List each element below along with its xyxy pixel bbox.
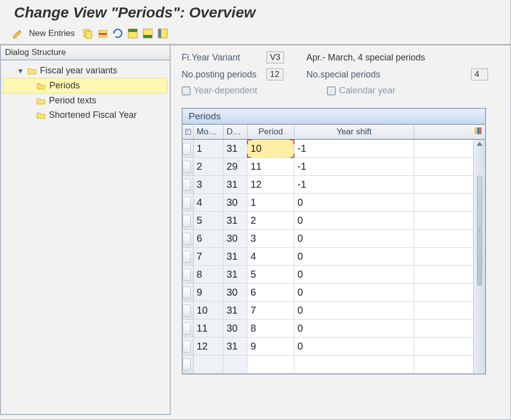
cell-day[interactable] bbox=[224, 356, 248, 373]
table-row[interactable]: 22911-1 bbox=[183, 158, 473, 176]
row-selector[interactable] bbox=[183, 284, 194, 301]
cell-month[interactable]: 3 bbox=[194, 176, 224, 193]
scroll-up-icon[interactable] bbox=[477, 142, 483, 146]
copy-icon[interactable] bbox=[82, 28, 94, 39]
cell-year-shift[interactable]: 0 bbox=[294, 212, 414, 229]
column-header-year-shift[interactable]: Year shift bbox=[294, 125, 414, 139]
cell-day[interactable]: 30 bbox=[224, 194, 248, 211]
cell-day[interactable]: 31 bbox=[224, 266, 248, 283]
row-selector[interactable] bbox=[183, 302, 194, 319]
cell-year-shift[interactable] bbox=[294, 356, 414, 373]
tree-item-shortened-fiscal-year[interactable]: Shortened Fiscal Year bbox=[3, 108, 168, 122]
cell-day[interactable]: 30 bbox=[224, 320, 248, 337]
cell-month[interactable] bbox=[194, 356, 224, 373]
cell-period[interactable]: 3 bbox=[248, 230, 294, 247]
undo-icon[interactable] bbox=[112, 28, 124, 39]
cell-month[interactable]: 9 bbox=[194, 284, 224, 301]
cell-year-shift[interactable]: 0 bbox=[294, 320, 414, 337]
row-selector[interactable] bbox=[183, 266, 194, 283]
cell-period[interactable]: 1 bbox=[248, 194, 294, 211]
tree-item-periods[interactable]: Periods bbox=[3, 78, 168, 93]
table-row[interactable] bbox=[183, 356, 473, 374]
cell-day[interactable]: 30 bbox=[224, 230, 248, 247]
cell-day[interactable]: 29 bbox=[224, 158, 248, 175]
cell-period[interactable]: 7 bbox=[248, 302, 294, 319]
row-selector[interactable] bbox=[183, 356, 194, 373]
cell-year-shift[interactable]: -1 bbox=[294, 158, 414, 175]
cell-month[interactable]: 11 bbox=[194, 320, 224, 337]
cell-year-shift[interactable]: 0 bbox=[294, 338, 414, 355]
cell-period[interactable]: 2 bbox=[248, 212, 294, 229]
table-row[interactable]: 83150 bbox=[183, 266, 473, 284]
cell-period[interactable]: 12 bbox=[248, 176, 294, 193]
cell-day[interactable]: 31 bbox=[224, 302, 248, 319]
table-row[interactable]: 63030 bbox=[183, 230, 473, 248]
table-row[interactable]: 113080 bbox=[183, 320, 473, 338]
table-row[interactable]: 13110-1 bbox=[183, 140, 473, 158]
table-row[interactable]: 123190 bbox=[183, 338, 473, 356]
cell-day[interactable]: 31 bbox=[224, 140, 248, 157]
row-selector[interactable] bbox=[183, 248, 194, 265]
row-selector[interactable] bbox=[183, 194, 194, 211]
row-selector[interactable] bbox=[183, 320, 194, 337]
row-selector[interactable] bbox=[183, 176, 194, 193]
tree-item-period-texts[interactable]: Period texts bbox=[3, 93, 168, 108]
cell-year-shift[interactable]: 0 bbox=[294, 302, 414, 319]
column-header-month[interactable]: Mo… bbox=[194, 125, 224, 139]
row-selector[interactable] bbox=[183, 140, 194, 157]
scroll-thumb[interactable] bbox=[477, 176, 482, 286]
table-row[interactable]: 53120 bbox=[183, 212, 473, 230]
cell-year-shift[interactable]: -1 bbox=[294, 176, 414, 193]
cell-day[interactable]: 31 bbox=[224, 212, 248, 229]
cell-period[interactable]: 11 bbox=[248, 158, 294, 175]
tree-root-fiscal-year-variants[interactable]: ▼ Fiscal year variants bbox=[3, 63, 168, 78]
row-selector[interactable] bbox=[183, 212, 194, 229]
cell-month[interactable]: 6 bbox=[194, 230, 224, 247]
cell-period[interactable]: 10 bbox=[248, 140, 294, 157]
configure-columns-icon[interactable] bbox=[471, 125, 485, 139]
cell-day[interactable]: 30 bbox=[224, 284, 248, 301]
cell-year-shift[interactable]: 0 bbox=[294, 248, 414, 265]
cell-month[interactable]: 10 bbox=[194, 302, 224, 319]
cell-period[interactable]: 5 bbox=[248, 266, 294, 283]
cell-month[interactable]: 4 bbox=[194, 194, 224, 211]
select-all-icon[interactable] bbox=[127, 28, 139, 39]
cell-month[interactable]: 12 bbox=[194, 338, 224, 355]
select-block-icon[interactable] bbox=[142, 28, 154, 39]
cell-period[interactable]: 8 bbox=[248, 320, 294, 337]
column-header-period[interactable]: Period bbox=[248, 125, 294, 139]
table-row[interactable]: 73140 bbox=[183, 248, 473, 266]
cell-month[interactable]: 2 bbox=[194, 158, 224, 175]
cell-period[interactable]: 4 bbox=[248, 248, 294, 265]
table-row[interactable]: 103170 bbox=[183, 302, 473, 320]
cell-period[interactable] bbox=[248, 356, 294, 373]
cell-period[interactable]: 6 bbox=[248, 284, 294, 301]
cell-month[interactable]: 7 bbox=[194, 248, 224, 265]
delete-icon[interactable] bbox=[97, 28, 109, 39]
toggle-edit-icon[interactable] bbox=[12, 28, 24, 39]
cell-year-shift[interactable]: 0 bbox=[294, 266, 414, 283]
new-entries-button[interactable]: New Entries bbox=[29, 28, 75, 38]
cell-year-shift[interactable]: 0 bbox=[294, 284, 414, 301]
deselect-all-icon[interactable] bbox=[157, 28, 169, 39]
cell-month[interactable]: 8 bbox=[194, 266, 224, 283]
cell-month[interactable]: 5 bbox=[194, 212, 224, 229]
cell-day[interactable]: 31 bbox=[224, 338, 248, 355]
table-row[interactable]: 93060 bbox=[183, 284, 473, 302]
expander-icon[interactable]: ▼ bbox=[17, 67, 24, 75]
cell-month[interactable]: 1 bbox=[194, 140, 224, 157]
cell-period[interactable]: 9 bbox=[248, 338, 294, 355]
table-scrollbar[interactable] bbox=[473, 140, 485, 374]
column-header-day[interactable]: D… bbox=[224, 125, 248, 139]
cell-day[interactable]: 31 bbox=[224, 176, 248, 193]
cell-year-shift[interactable]: 0 bbox=[294, 194, 414, 211]
row-selector[interactable] bbox=[183, 338, 194, 355]
table-row[interactable]: 43010 bbox=[183, 194, 473, 212]
table-row[interactable]: 33112-1 bbox=[183, 176, 473, 194]
column-select-all[interactable] bbox=[183, 125, 194, 139]
cell-day[interactable]: 31 bbox=[224, 248, 248, 265]
cell-year-shift[interactable]: -1 bbox=[294, 140, 414, 157]
cell-year-shift[interactable]: 0 bbox=[294, 230, 414, 247]
row-selector[interactable] bbox=[183, 158, 194, 175]
row-selector[interactable] bbox=[183, 230, 194, 247]
